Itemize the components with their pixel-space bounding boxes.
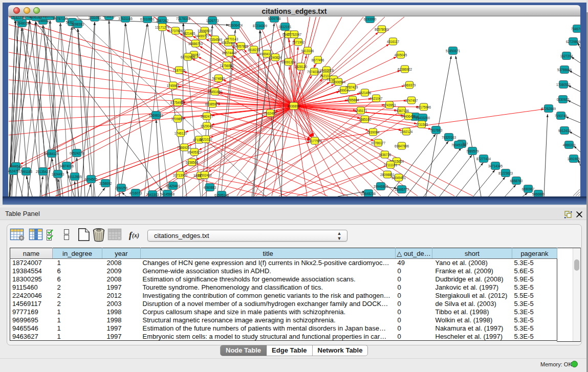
svg-text:65787133: 65787133 bbox=[53, 17, 68, 20]
svg-text:3158692: 3158692 bbox=[99, 182, 112, 185]
svg-text:1491905: 1491905 bbox=[568, 157, 580, 161]
svg-text:2260256: 2260256 bbox=[115, 186, 128, 190]
svg-text:4005045: 4005045 bbox=[395, 53, 407, 57]
svg-text:77752047: 77752047 bbox=[287, 33, 302, 36]
svg-text:4216073: 4216073 bbox=[129, 191, 142, 195]
svg-text:3285884: 3285884 bbox=[346, 98, 359, 102]
svg-text:4936899: 4936899 bbox=[288, 104, 300, 108]
svg-text:62729806: 62729806 bbox=[566, 40, 580, 43]
svg-text:9821465: 9821465 bbox=[183, 32, 195, 35]
svg-text:36995777: 36995777 bbox=[395, 188, 409, 191]
svg-text:80112805: 80112805 bbox=[68, 175, 82, 179]
svg-text:87277434: 87277434 bbox=[476, 157, 491, 161]
svg-text:02606474: 02606474 bbox=[228, 24, 243, 27]
svg-text:6204505: 6204505 bbox=[85, 178, 98, 181]
svg-text:87234309: 87234309 bbox=[253, 24, 268, 28]
svg-text:9421047: 9421047 bbox=[370, 97, 383, 100]
svg-text:57262849: 57262849 bbox=[541, 107, 556, 111]
svg-text:2787429: 2787429 bbox=[345, 85, 358, 89]
svg-text:1031051: 1031051 bbox=[89, 16, 101, 19]
svg-text:6690967: 6690967 bbox=[522, 187, 535, 191]
svg-text:5674680: 5674680 bbox=[212, 77, 225, 80]
svg-text:3529042: 3529042 bbox=[201, 124, 213, 128]
svg-text:97848018: 97848018 bbox=[15, 21, 30, 25]
svg-text:6658760: 6658760 bbox=[510, 179, 523, 183]
svg-text:15451680: 15451680 bbox=[208, 90, 223, 94]
svg-text:25135427: 25135427 bbox=[36, 170, 51, 173]
svg-text:6193990: 6193990 bbox=[364, 17, 377, 21]
svg-text:9912419: 9912419 bbox=[558, 129, 571, 133]
svg-text:01429401: 01429401 bbox=[166, 184, 181, 188]
svg-text:7543303: 7543303 bbox=[146, 193, 159, 196]
svg-text:5240824: 5240824 bbox=[269, 56, 282, 59]
svg-text:34874016: 34874016 bbox=[59, 164, 74, 168]
svg-text:3709859: 3709859 bbox=[171, 117, 184, 121]
svg-text:34957885: 34957885 bbox=[234, 45, 249, 48]
svg-text:0932480: 0932480 bbox=[264, 112, 277, 115]
svg-text:96405377: 96405377 bbox=[187, 150, 202, 154]
svg-text:94406409: 94406409 bbox=[401, 115, 416, 118]
svg-text:31713900: 31713900 bbox=[173, 173, 188, 177]
svg-text:1627204: 1627204 bbox=[560, 54, 573, 58]
svg-text:4060883: 4060883 bbox=[204, 186, 216, 189]
svg-text:7182278: 7182278 bbox=[12, 16, 25, 19]
svg-text:34624751: 34624751 bbox=[8, 169, 20, 173]
svg-text:17080531: 17080531 bbox=[556, 83, 571, 86]
svg-text:7346706: 7346706 bbox=[571, 27, 580, 31]
svg-text:13493618: 13493618 bbox=[319, 69, 334, 72]
svg-text:7917693: 7917693 bbox=[430, 128, 443, 132]
svg-text:5158506: 5158506 bbox=[186, 161, 199, 164]
svg-text:7991183: 7991183 bbox=[20, 170, 33, 173]
svg-text:55886753: 55886753 bbox=[188, 42, 203, 46]
svg-text:3747407: 3747407 bbox=[405, 99, 418, 102]
svg-text:98084124: 98084124 bbox=[45, 152, 59, 156]
svg-text:62386922: 62386922 bbox=[398, 68, 412, 71]
svg-text:2731585: 2731585 bbox=[416, 123, 428, 126]
svg-text:1824493: 1824493 bbox=[52, 172, 64, 176]
svg-text:3685160: 3685160 bbox=[359, 118, 372, 121]
svg-text:1592124: 1592124 bbox=[400, 130, 413, 134]
svg-text:67737826: 67737826 bbox=[168, 29, 183, 33]
svg-text:00766177: 00766177 bbox=[371, 141, 386, 145]
svg-text:1746120: 1746120 bbox=[175, 132, 187, 135]
svg-text:3387262: 3387262 bbox=[156, 19, 169, 23]
svg-text:73178108: 73178108 bbox=[176, 17, 191, 20]
svg-text:1836736: 1836736 bbox=[379, 153, 391, 157]
svg-text:76945314: 76945314 bbox=[451, 143, 466, 147]
svg-text:37631165: 37631165 bbox=[118, 17, 133, 20]
svg-text:00524278: 00524278 bbox=[70, 151, 84, 155]
svg-text:65648236: 65648236 bbox=[361, 192, 376, 195]
svg-text:9521456: 9521456 bbox=[359, 91, 372, 95]
svg-text:7187026: 7187026 bbox=[173, 69, 186, 72]
svg-text:0812191: 0812191 bbox=[279, 25, 292, 29]
svg-text:4738299: 4738299 bbox=[103, 16, 116, 18]
svg-text:82175946: 82175946 bbox=[417, 105, 431, 109]
svg-text:13433200: 13433200 bbox=[416, 116, 430, 120]
svg-text:56049451: 56049451 bbox=[391, 176, 406, 180]
svg-text:8677496: 8677496 bbox=[312, 58, 324, 62]
svg-text:67010651: 67010651 bbox=[140, 17, 155, 21]
svg-text:7839084: 7839084 bbox=[367, 130, 380, 134]
svg-text:4316117: 4316117 bbox=[387, 40, 400, 43]
svg-text:29946804: 29946804 bbox=[374, 185, 388, 188]
svg-text:86578091: 86578091 bbox=[375, 28, 389, 31]
svg-text:1326773: 1326773 bbox=[206, 19, 219, 23]
svg-text:55698169: 55698169 bbox=[149, 114, 164, 117]
svg-text:34714345: 34714345 bbox=[488, 164, 503, 168]
svg-text:2328120: 2328120 bbox=[295, 65, 308, 69]
svg-text:9743953: 9743953 bbox=[383, 103, 396, 107]
svg-text:1969379: 1969379 bbox=[403, 83, 416, 87]
svg-text:75869261: 75869261 bbox=[177, 146, 192, 149]
svg-text:3518233: 3518233 bbox=[248, 48, 260, 52]
svg-text:69847896: 69847896 bbox=[395, 144, 409, 148]
svg-text:81177589: 81177589 bbox=[308, 139, 322, 143]
svg-text:61595148: 61595148 bbox=[214, 193, 229, 196]
svg-text:4896383: 4896383 bbox=[30, 16, 42, 19]
svg-text:4745171: 4745171 bbox=[355, 109, 367, 113]
svg-text:7193745: 7193745 bbox=[555, 114, 568, 118]
svg-text:54145868: 54145868 bbox=[160, 192, 175, 196]
svg-text:62702895: 62702895 bbox=[181, 55, 195, 59]
svg-text:7889579: 7889579 bbox=[466, 149, 479, 153]
svg-text:7770143: 7770143 bbox=[226, 37, 238, 41]
svg-text:85574443: 85574443 bbox=[222, 51, 237, 55]
